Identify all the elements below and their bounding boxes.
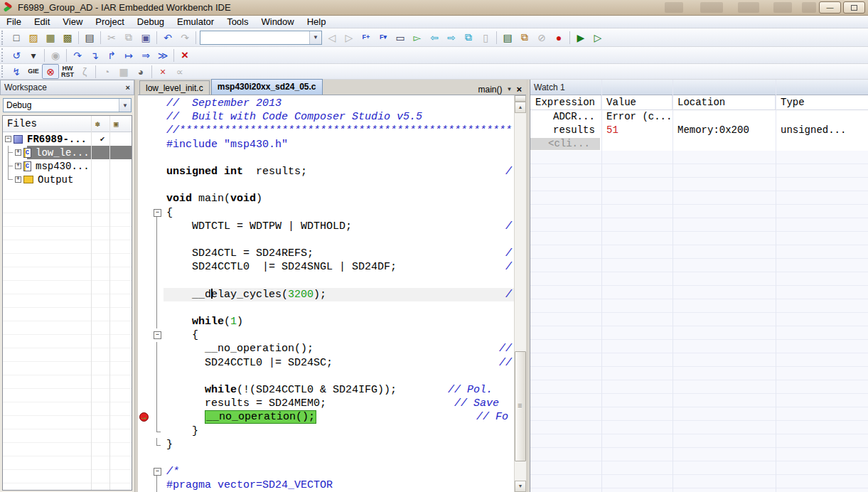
compile-button[interactable]: ▤ — [499, 30, 516, 45]
fold-margin[interactable] — [151, 110, 164, 124]
code-line[interactable] — [138, 233, 514, 247]
autostep-button[interactable]: ↯ — [8, 64, 25, 79]
watch-cell-type[interactable]: unsigned... — [776, 124, 868, 137]
break-button[interactable]: ◉ — [47, 48, 64, 63]
breakpoint-margin[interactable] — [138, 138, 151, 151]
profiler-button[interactable]: ◔ — [98, 64, 115, 79]
code-line[interactable]: results = SD24MEM0; // Save — [138, 397, 514, 410]
previous-document-button[interactable]: ▯ — [477, 30, 494, 45]
undo-button[interactable]: ↶ — [159, 30, 176, 45]
watch-cell-type[interactable] — [776, 110, 868, 124]
code-text[interactable]: unsigned int results; / — [164, 165, 514, 178]
watch-column-type[interactable]: Type — [776, 95, 868, 109]
editor-close-icon[interactable]: × — [516, 84, 522, 95]
fold-margin[interactable] — [151, 397, 164, 410]
code-line[interactable]: WDTCTL = WDTPW | WDTHOLD; / — [138, 220, 514, 233]
fold-margin[interactable] — [151, 97, 164, 110]
incremental-search-button[interactable]: F▾ — [375, 30, 392, 45]
code-text[interactable]: { — [164, 328, 514, 342]
fold-margin[interactable] — [151, 274, 164, 287]
fold-margin[interactable] — [151, 424, 164, 438]
watch-row[interactable]: results51Memory:0x200unsigned... — [530, 124, 868, 137]
breakpoint-margin[interactable] — [138, 438, 151, 451]
code-area[interactable]: // September 2013// Built with Code Comp… — [138, 95, 514, 492]
watch-column-value[interactable]: Value — [601, 95, 673, 109]
toolbar-grip[interactable] — [1, 65, 6, 77]
code-line[interactable]: #include "msp430.h" — [138, 138, 514, 151]
fold-margin[interactable] — [151, 206, 164, 220]
download-and-debug-button[interactable]: ▶ — [572, 30, 589, 45]
watch-cell-type[interactable] — [776, 137, 868, 151]
editor-vertical-scrollbar[interactable]: ▲ ▼ — [514, 95, 526, 492]
code-line[interactable] — [138, 451, 514, 465]
make-button[interactable]: ⧉ — [516, 30, 533, 45]
breakpoint-margin[interactable] — [138, 301, 151, 315]
tab-msp430i20xx-sd24-05[interactable]: msp430i20xx_sd24_05.c — [211, 79, 323, 95]
fold-margin[interactable] — [151, 438, 164, 451]
watch-column-location[interactable]: Location — [673, 95, 776, 109]
watch-cell-value[interactable]: Error (c... — [601, 110, 673, 124]
chevron-down-icon[interactable]: ▼ — [506, 86, 512, 92]
code-text[interactable]: __no_operation(); // — [164, 342, 514, 355]
breakpoint-margin[interactable] — [138, 151, 151, 165]
code-text[interactable]: } — [164, 438, 514, 451]
paste-button[interactable]: ▣ — [137, 30, 154, 45]
menu-view[interactable]: View — [56, 16, 89, 28]
workspace-header[interactable]: Workspace × — [0, 80, 134, 95]
cut-button[interactable]: ✂ — [103, 30, 120, 45]
new-document-button[interactable]: □ — [8, 30, 25, 45]
save-button[interactable]: ▦ — [42, 30, 59, 45]
find-replace-window-button[interactable]: ▭ — [392, 30, 409, 45]
code-coverage-button[interactable]: ∝ — [171, 64, 188, 79]
menu-file[interactable]: File — [0, 16, 28, 28]
breakpoint-margin[interactable] — [138, 397, 151, 410]
watch-cell-location[interactable]: Memory:0x200 — [673, 124, 776, 137]
code-line[interactable]: unsigned int results; / — [138, 165, 514, 178]
chevron-down-icon[interactable]: ▼ — [119, 99, 131, 112]
code-line[interactable]: __no_operation(); // — [138, 342, 514, 355]
code-text[interactable]: __no_operation(); // Fo — [164, 410, 514, 424]
step-over-button[interactable]: ↷ — [69, 48, 86, 63]
go-button[interactable]: ≫ — [154, 48, 171, 63]
code-text[interactable] — [164, 451, 514, 465]
code-text[interactable]: while(!(SD24CCTL0 & SD24IFG)); // Pol. — [164, 383, 514, 397]
next-statement-button[interactable]: ↦ — [120, 48, 137, 63]
breakpoint-margin[interactable] — [138, 370, 151, 383]
code-line[interactable]: void main(void) — [138, 192, 514, 205]
code-line[interactable]: } — [138, 424, 514, 438]
scroll-down-arrow[interactable]: ▼ — [515, 481, 526, 492]
add-expression-placeholder[interactable]: <cli... — [530, 138, 600, 150]
code-line[interactable]: { — [138, 328, 514, 342]
open-file-button[interactable]: ▨ — [25, 30, 42, 45]
scroll-up-arrow[interactable]: ▲ — [515, 102, 526, 113]
breakpoint-margin[interactable] — [138, 451, 151, 465]
symbol-combo[interactable]: main() — [478, 85, 502, 95]
code-line[interactable]: → __no_operation(); // Fo — [138, 410, 514, 424]
code-line[interactable]: SD24CTL = SD24REFS; / — [138, 247, 514, 260]
breakpoint-margin[interactable] — [138, 288, 151, 301]
fold-margin[interactable] — [151, 260, 164, 274]
fold-margin[interactable] — [151, 233, 164, 247]
configuration-combo[interactable]: Debug ▼ — [3, 98, 132, 112]
navigate-document-button[interactable]: ⧉ — [460, 30, 477, 45]
print-button[interactable]: ▤ — [81, 30, 98, 45]
break-condition-button[interactable]: × — [154, 64, 171, 79]
watch-cell-expression[interactable]: <cli... — [530, 137, 601, 151]
code-text[interactable]: #pragma vector=SD24_VECTOR — [164, 478, 514, 492]
files-tree-header[interactable]: Files ✽ ▣ — [3, 116, 132, 132]
fold-margin[interactable] — [151, 247, 164, 260]
run-to-cursor-button[interactable]: ⇒ — [137, 48, 154, 63]
code-text[interactable]: // September 2013 — [164, 97, 514, 110]
code-text[interactable]: WDTCTL = WDTPW | WDTHOLD; / — [164, 220, 514, 233]
code-text[interactable] — [164, 274, 514, 287]
find-next-button[interactable]: ▷ — [341, 30, 358, 45]
watch-column-expression[interactable]: Expression — [530, 95, 601, 109]
fold-margin[interactable] — [151, 151, 164, 165]
code-text[interactable]: SD24CCTL0 |= SD24SC; // — [164, 356, 514, 370]
debug-without-downloading-button[interactable]: ▷ — [589, 30, 606, 45]
code-text[interactable]: { — [164, 206, 514, 220]
code-line[interactable]: // Built with Code Composer Studio v5.5 — [138, 110, 514, 124]
code-text[interactable]: SD24CTL = SD24REFS; / — [164, 247, 514, 260]
stop-debugging-button[interactable]: × — [176, 48, 193, 63]
code-text[interactable]: SD24CCTL0 |= SD24SNGL | SD24DF; / — [164, 260, 514, 274]
